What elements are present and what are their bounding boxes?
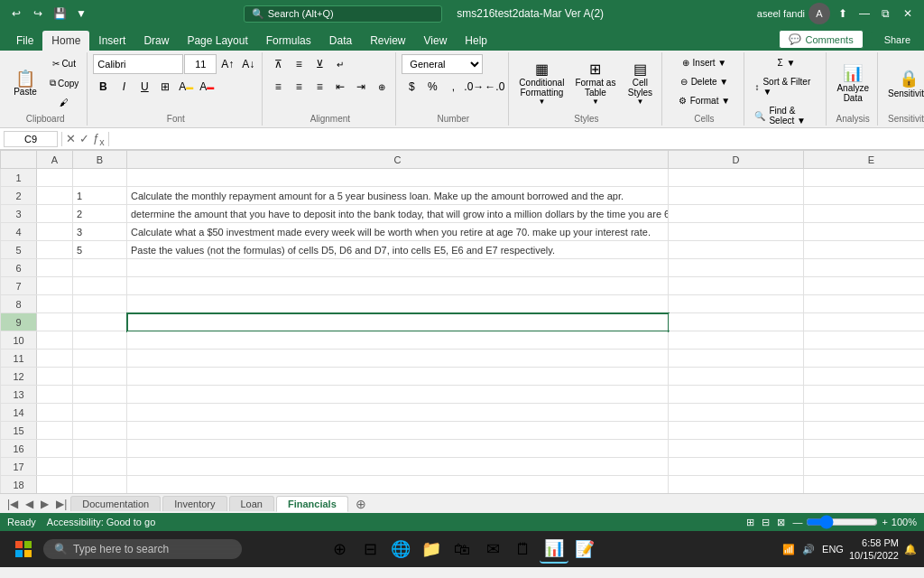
cell[interactable] [127,169,669,187]
enter-formula-icon[interactable]: ✓ [79,132,89,145]
page-break-view-button[interactable]: ⊠ [777,517,785,528]
cell[interactable] [37,241,73,259]
underline-button[interactable]: U [134,77,154,97]
cell[interactable] [669,440,804,458]
ribbon-display-options[interactable]: ⬆ [834,5,852,23]
analyze-data-button[interactable]: 📊 Analyze Data [832,56,873,110]
align-middle-button[interactable]: ≡ [289,54,309,74]
align-bottom-button[interactable]: ⊻ [310,54,329,74]
cell[interactable] [127,295,669,313]
increase-decimal-button[interactable]: .0→ [464,77,484,97]
copy-button[interactable]: ⧉Copy [45,74,83,92]
start-button[interactable] [7,533,40,565]
search-box[interactable]: 🔍 Search (Alt+Q) [244,5,442,23]
cell[interactable] [669,476,804,494]
taskbar-widgets[interactable]: ⊕ [325,535,354,564]
cell[interactable] [37,350,73,368]
cell[interactable] [37,404,73,422]
row-number[interactable]: 16 [1,440,37,458]
cell[interactable] [804,241,925,259]
bold-button[interactable]: B [93,77,113,97]
cell[interactable] [73,476,127,494]
cell[interactable] [804,386,925,404]
cell[interactable] [669,205,804,223]
cell[interactable] [669,458,804,476]
cell[interactable] [669,368,804,386]
cell[interactable] [669,259,804,277]
tab-review[interactable]: Review [361,31,414,51]
cell[interactable] [669,331,804,350]
formula-input[interactable] [113,132,920,146]
cell[interactable] [127,422,669,440]
align-top-button[interactable]: ⊼ [268,54,288,74]
cell[interactable] [127,331,669,350]
font-name-input[interactable] [93,54,183,74]
cell-styles-button[interactable]: ▤ Cell Styles ▼ [622,56,658,110]
cell[interactable] [127,458,669,476]
taskbar-store[interactable]: 🛍 [448,535,476,564]
cell[interactable] [804,350,925,368]
cell[interactable] [804,277,925,295]
cell[interactable] [73,259,127,277]
cell[interactable] [37,205,73,223]
sheet-tab-financials[interactable]: Financials [276,496,348,512]
row-number[interactable]: 2 [1,187,37,205]
insert-function-icon[interactable]: ƒx [93,131,105,147]
cell[interactable]: determine the amount that you have to de… [127,205,669,223]
cell[interactable] [669,422,804,440]
col-header-e[interactable]: E [804,151,925,169]
cell[interactable] [37,277,73,295]
tab-draw[interactable]: Draw [134,31,178,51]
cell[interactable] [127,277,669,295]
cell[interactable]: 3 [73,223,127,241]
col-header-a[interactable]: A [37,151,73,169]
cell[interactable] [127,259,669,277]
cell[interactable] [804,295,925,313]
fill-color-button[interactable]: A▬ [176,77,196,97]
page-layout-view-button[interactable]: ⊟ [762,517,770,528]
redo-button[interactable]: ↪ [29,5,47,23]
normal-view-button[interactable]: ⊞ [746,517,754,528]
cell[interactable] [37,259,73,277]
decrease-indent-button[interactable]: ⇤ [330,77,350,97]
customize-qat-button[interactable]: ▼ [72,5,90,23]
col-header-c[interactable]: C [127,151,669,169]
cell[interactable] [73,422,127,440]
cell[interactable] [37,295,73,313]
sheet-tab-loan[interactable]: Loan [229,496,274,511]
row-number[interactable]: 17 [1,458,37,476]
cell[interactable] [669,386,804,404]
cell[interactable] [127,313,669,331]
cell[interactable]: 1 [73,187,127,205]
row-number[interactable]: 11 [1,350,37,368]
paste-button[interactable]: 📋 Paste [7,56,43,110]
cell[interactable] [804,313,925,331]
tab-insert[interactable]: Insert [89,31,134,51]
row-number[interactable]: 5 [1,241,37,259]
cut-button[interactable]: ✂Cut [45,55,83,72]
align-right-button[interactable]: ≡ [310,77,329,97]
row-number[interactable]: 15 [1,422,37,440]
tab-nav-next[interactable]: ▶ [37,498,52,510]
cell[interactable] [669,404,804,422]
undo-button[interactable]: ↩ [7,5,25,23]
cell[interactable] [73,277,127,295]
cell[interactable] [127,440,669,458]
minimize-button[interactable]: — [855,5,873,23]
taskbar-word[interactable]: 📝 [570,535,599,564]
wrap-text-button[interactable]: ↵ [330,54,350,74]
cell[interactable] [73,458,127,476]
row-number[interactable]: 7 [1,277,37,295]
cell[interactable] [73,331,127,350]
cell[interactable] [127,476,669,494]
cell[interactable] [804,205,925,223]
cell[interactable] [669,223,804,241]
cell[interactable] [37,422,73,440]
tab-nav-prev[interactable]: ◀ [22,498,37,510]
cell[interactable] [37,368,73,386]
row-number[interactable]: 13 [1,386,37,404]
cell[interactable] [669,187,804,205]
cell[interactable] [73,169,127,187]
cell[interactable] [37,331,73,350]
taskbar-excel[interactable]: 📊 [540,535,568,564]
